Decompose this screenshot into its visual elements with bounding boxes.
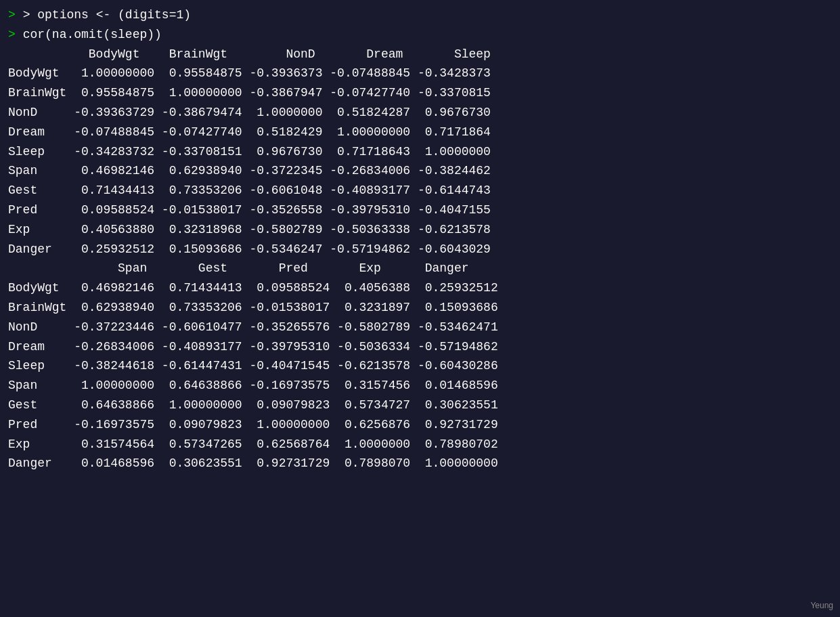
table1-header: BodyWgt BrainWgt NonD Dream Sleep xyxy=(8,47,491,61)
watermark: Yeung xyxy=(810,601,833,610)
table2-header: Span Gest Pred Exp Danger xyxy=(8,261,469,275)
table2-row-8: Exp 0.31574564 0.57347265 0.62568764 1.0… xyxy=(8,438,498,451)
table1-row-8: Exp 0.40563880 0.32318968 -0.5802789 -0.… xyxy=(8,223,491,236)
table2-row-7: Pred -0.16973575 0.09079823 1.00000000 0… xyxy=(8,418,498,431)
table2-row-5: Span 1.00000000 0.64638866 -0.16973575 0… xyxy=(8,379,498,392)
line2-code: cor(na.omit(sleep)) xyxy=(23,28,162,41)
table1-row-3: Dream -0.07488845 -0.07427740 0.5182429 … xyxy=(8,125,491,139)
table1-row-5: Span 0.46982146 0.62938940 -0.3722345 -0… xyxy=(8,164,491,177)
prompt-symbol-1: > xyxy=(8,8,16,22)
table2-row-1: BrainWgt 0.62938940 0.73353206 -0.015380… xyxy=(8,301,498,314)
console-output: > > options <- (digits=1) > cor(na.omit(… xyxy=(8,5,832,473)
table1-row-0: BodyWgt 1.00000000 0.95584875 -0.3936373… xyxy=(8,66,491,80)
table2-row-3: Dream -0.26834006 -0.40893177 -0.3979531… xyxy=(8,340,498,354)
table1-row-9: Danger 0.25932512 0.15093686 -0.5346247 … xyxy=(8,242,491,256)
table1-row-1: BrainWgt 0.95584875 1.00000000 -0.386794… xyxy=(8,86,491,100)
table2-row-4: Sleep -0.38244618 -0.61447431 -0.4047154… xyxy=(8,359,498,373)
table2-row-6: Gest 0.64638866 1.00000000 0.09079823 0.… xyxy=(8,398,498,412)
prompt-symbol-2: > xyxy=(8,28,16,41)
line1-code: > options <- (digits=1) xyxy=(23,8,191,22)
table1-row-6: Gest 0.71434413 0.73353206 -0.6061048 -0… xyxy=(8,184,491,197)
table2-row-9: Danger 0.01468596 0.30623551 0.92731729 … xyxy=(8,456,498,470)
table2-row-0: BodyWgt 0.46982146 0.71434413 0.09588524… xyxy=(8,281,498,295)
table1-row-4: Sleep -0.34283732 -0.33708151 0.9676730 … xyxy=(8,145,491,158)
table2-row-2: NonD -0.37223446 -0.60610477 -0.35265576… xyxy=(8,320,498,334)
table1-row-2: NonD -0.39363729 -0.38679474 1.0000000 0… xyxy=(8,106,491,119)
table1-row-7: Pred 0.09588524 -0.01538017 -0.3526558 -… xyxy=(8,203,491,217)
